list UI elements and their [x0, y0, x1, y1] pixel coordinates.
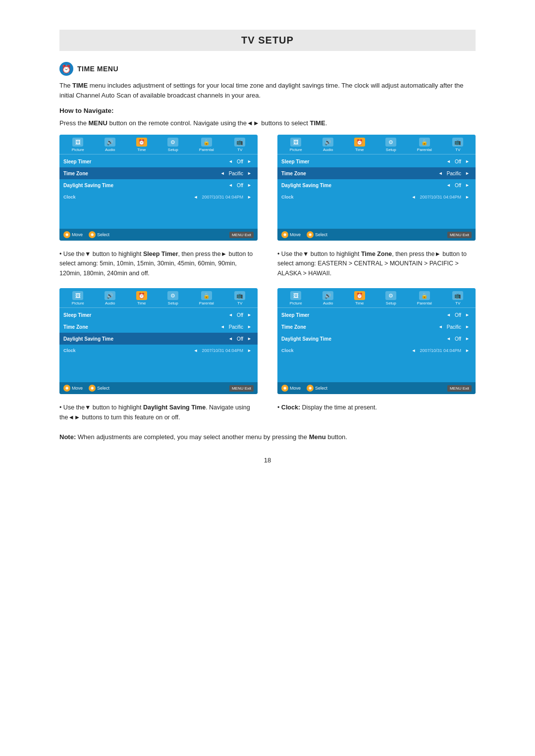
nav-tv-1: 📺TV — [234, 138, 245, 152]
nav-time-3: ⏰Time — [136, 291, 147, 305]
screenshots-grid: 🖼Picture 🔊Audio ⏰Time ⚙Setup 🔒Parental 📺… — [59, 135, 476, 241]
intro-text: The TIME menu includes adjustment of set… — [59, 81, 476, 100]
tv-menu-rows-4: Sleep Timer ◄ Off ► Time Zone ◄ Pacific … — [277, 308, 476, 357]
row-sleep-4: Sleep Timer ◄ Off ► — [277, 309, 476, 321]
row-sleep-3: Sleep Timer ◄ Off ► — [59, 309, 258, 321]
nav-audio-1: 🔊Audio — [105, 138, 115, 152]
tv-screen-3: 🖼Picture 🔊Audio ⏰Time ⚙Setup 🔒Parental 📺… — [59, 288, 258, 394]
caption-2: • Use the▼ button to highlight Time Zone… — [277, 250, 476, 278]
nav-tv-2: 📺TV — [452, 138, 463, 152]
caption-4: • Clock: Display the time at present. — [277, 403, 476, 422]
page-title-box: TV SETUP — [59, 30, 476, 51]
nav-time-4: ⏰Time — [354, 291, 365, 305]
time-icon: ⏰ — [59, 62, 73, 76]
press-instruction: Press the MENU button on the remote cont… — [59, 119, 476, 127]
section-heading: ⏰ TIME MENU — [59, 62, 476, 76]
row-timezone-2: Time Zone ◄ Pacific ► — [277, 167, 476, 179]
row-clock-4: Clock ◄ 2007/10/31 04:04PM ► — [277, 345, 476, 356]
row-dst-4: Daylight Saving Time ◄ Off ► — [277, 333, 476, 345]
caption-row-2: • Use the▼ button to highlight Daylight … — [59, 403, 476, 422]
tv-screen-2: 🖼Picture 🔊Audio ⏰Time ⚙Setup 🔒Parental 📺… — [277, 135, 476, 241]
section-title: TIME MENU — [77, 65, 118, 73]
nav-audio-4: 🔊Audio — [322, 291, 333, 305]
nav-parental-3: 🔒Parental — [199, 291, 214, 305]
nav-setup-3: ⚙Setup — [167, 291, 178, 305]
row-dst-1: Daylight Saving Time ◄ Off ► — [59, 179, 258, 191]
row-sleep-2: Sleep Timer ◄ Off ► — [277, 155, 476, 167]
nav-setup-2: ⚙Setup — [385, 138, 396, 152]
row-clock-1: Clock ◄ 2007/10/31 04:04PM ► — [59, 191, 258, 203]
row-clock-2: Clock ◄ 2007/10/31 04:04PM ► — [277, 191, 476, 203]
row-timezone-3: Time Zone ◄ Pacific ► — [59, 321, 258, 333]
nav-audio-3: 🔊Audio — [105, 291, 115, 305]
nav-time-1: ⏰Time — [136, 138, 147, 152]
nav-picture-2: 🖼Picture — [290, 138, 302, 152]
nav-tv-4: 📺TV — [452, 291, 463, 305]
row-timezone-1: Time Zone ◄ Pacific ► — [59, 167, 258, 179]
nav-tv-3: 📺TV — [234, 291, 245, 305]
page-number: 18 — [59, 456, 476, 464]
tv-menu-rows-1: Sleep Timer ◄ Off ► Time Zone ◄ Pacific … — [59, 154, 258, 204]
nav-picture-1: 🖼Picture — [72, 138, 84, 152]
page-title: TV SETUP — [241, 35, 294, 46]
caption-1: • Use the▼ button to highlight Sleep Tim… — [59, 250, 258, 278]
note-text: Note: When adjustments are completed, yo… — [59, 432, 476, 442]
nav-picture-3: 🖼Picture — [72, 291, 84, 305]
tv-screen-4: 🖼Picture 🔊Audio ⏰Time ⚙Setup 🔒Parental 📺… — [277, 288, 476, 394]
tv-footer-4: ◉Move ◉Select MENU Exit — [277, 382, 476, 394]
how-to-navigate: How to Navigate: — [59, 107, 476, 114]
tv-menu-rows-2: Sleep Timer ◄ Off ► Time Zone ◄ Pacific … — [277, 154, 476, 204]
row-clock-3: Clock ◄ 2007/10/31 04:04PM ► — [59, 345, 258, 356]
nav-picture-4: 🖼Picture — [290, 291, 302, 305]
tv-menu-rows-3: Sleep Timer ◄ Off ► Time Zone ◄ Pacific … — [59, 308, 258, 357]
row-timezone-4: Time Zone ◄ Pacific ► — [277, 321, 476, 333]
row-dst-3: Daylight Saving Time ◄ Off ► — [59, 333, 258, 345]
nav-setup-1: ⚙Setup — [167, 138, 178, 152]
tv-footer-3: ◉Move ◉Select MENU Exit — [59, 382, 258, 394]
screenshots-grid-2: 🖼Picture 🔊Audio ⏰Time ⚙Setup 🔒Parental 📺… — [59, 288, 476, 394]
caption-3: • Use the▼ button to highlight Daylight … — [59, 403, 258, 422]
row-dst-2: Daylight Saving Time ◄ Off ► — [277, 179, 476, 191]
caption-row-1: • Use the▼ button to highlight Sleep Tim… — [59, 250, 476, 278]
tv-footer-2: ◉Move ◉Select MENU Exit — [277, 229, 476, 241]
nav-parental-4: 🔒Parental — [417, 291, 432, 305]
nav-setup-4: ⚙Setup — [385, 291, 396, 305]
row-sleep-1: Sleep Timer ◄ Off ► — [59, 155, 258, 167]
tv-footer-1: ◉Move ◉Select MENU Exit — [59, 229, 258, 241]
tv-nav-bar-4: 🖼Picture 🔊Audio ⏰Time ⚙Setup 🔒Parental 📺… — [277, 288, 476, 308]
nav-time-2: ⏰Time — [354, 138, 365, 152]
tv-nav-bar-1: 🖼Picture 🔊Audio ⏰Time ⚙Setup 🔒Parental 📺… — [59, 135, 258, 154]
nav-parental-2: 🔒Parental — [417, 138, 432, 152]
tv-nav-bar-2: 🖼Picture 🔊Audio ⏰Time ⚙Setup 🔒Parental 📺… — [277, 135, 476, 154]
nav-audio-2: 🔊Audio — [322, 138, 333, 152]
tv-nav-bar-3: 🖼Picture 🔊Audio ⏰Time ⚙Setup 🔒Parental 📺… — [59, 288, 258, 308]
tv-screen-1: 🖼Picture 🔊Audio ⏰Time ⚙Setup 🔒Parental 📺… — [59, 135, 258, 241]
nav-parental-1: 🔒Parental — [199, 138, 214, 152]
